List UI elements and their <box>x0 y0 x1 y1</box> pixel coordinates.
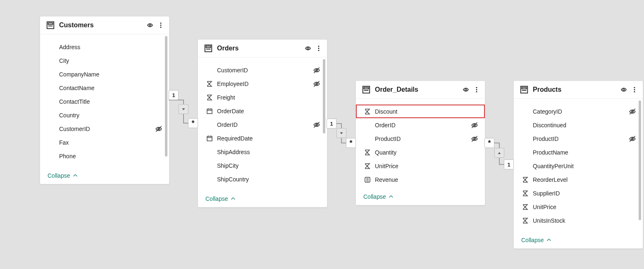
field-row[interactable]: CategoryID <box>514 105 643 118</box>
field-name: ShipAddress <box>215 149 312 155</box>
field-type-icon <box>206 135 215 142</box>
field-name: RequiredDate <box>215 135 312 142</box>
more-icon[interactable] <box>473 86 480 93</box>
field-row[interactable]: ProductID <box>514 132 643 145</box>
field-row[interactable]: CompanyName <box>40 67 169 81</box>
field-row[interactable]: OrderID <box>198 118 327 131</box>
field-row[interactable]: Fax <box>40 136 169 149</box>
field-type-icon <box>364 163 373 169</box>
more-icon[interactable] <box>315 45 322 52</box>
field-row[interactable]: CustomerID <box>198 63 327 77</box>
field-list: CategoryIDDiscontinuedProductIDProductNa… <box>514 99 643 233</box>
field-row[interactable]: EmployeeID <box>198 77 327 90</box>
field-row[interactable]: UnitPrice <box>356 159 485 173</box>
cardinality-many: * <box>484 138 494 148</box>
field-row[interactable]: QuantityPerUnit <box>514 159 643 173</box>
field-name: OrderID <box>373 122 470 129</box>
hidden-icon <box>312 121 321 129</box>
field-name: ReorderLevel <box>531 176 628 183</box>
field-row[interactable]: UnitsInStock <box>514 214 643 227</box>
field-row[interactable]: Country <box>40 108 169 122</box>
field-row[interactable]: UnitPrice <box>514 200 643 214</box>
cardinality-many: * <box>188 118 198 128</box>
field-row[interactable]: Quantity <box>356 145 485 159</box>
collapse-button[interactable]: Collapse <box>521 237 552 243</box>
field-row[interactable]: ProductName <box>514 145 643 159</box>
more-icon[interactable] <box>631 86 638 93</box>
field-name: ProductID <box>531 136 628 142</box>
field-row[interactable]: Freight <box>198 90 327 104</box>
table-title: Order_Details <box>375 86 458 93</box>
field-type-icon <box>206 81 215 87</box>
table-title: Orders <box>217 45 301 52</box>
hidden-icon <box>470 121 479 129</box>
field-row[interactable]: Address <box>40 40 169 54</box>
hidden-icon <box>154 125 163 133</box>
field-row[interactable]: ShipCity <box>198 159 327 172</box>
field-name: UnitPrice <box>373 163 470 169</box>
scrollbar[interactable] <box>165 36 167 157</box>
field-name: QuantityPerUnit <box>531 163 628 169</box>
field-row[interactable]: ShipCountry <box>198 172 327 186</box>
table-header[interactable]: Customers <box>40 17 169 34</box>
table-icon <box>362 85 371 94</box>
field-row[interactable]: Discount <box>356 105 485 118</box>
hidden-icon <box>312 80 321 88</box>
table-customers[interactable]: Customers AddressCityCompanyNameContactN… <box>40 16 169 184</box>
field-row[interactable]: ShipAddress <box>198 145 327 159</box>
collapse-button[interactable]: Collapse <box>205 195 236 202</box>
table-products[interactable]: Products CategoryIDDiscontinuedProductID… <box>513 81 643 249</box>
table-header[interactable]: Orders <box>198 40 327 57</box>
table-order-details[interactable]: Order_Details DiscountOrderIDProductIDQu… <box>355 81 485 205</box>
collapse-label: Collapse <box>363 193 386 200</box>
field-name: CategoryID <box>531 108 628 115</box>
field-row[interactable]: ReorderLevel <box>514 173 643 186</box>
filter-direction-icon <box>494 148 504 158</box>
collapse-button[interactable]: Collapse <box>48 172 78 179</box>
table-orders[interactable]: Orders CustomerIDEmployeeIDFreightOrderD… <box>198 39 327 207</box>
hidden-icon <box>312 67 321 74</box>
field-row[interactable]: Phone <box>40 149 169 163</box>
visibility-icon[interactable] <box>620 86 627 93</box>
field-row[interactable]: RequiredDate <box>198 131 327 145</box>
field-name: ShipCountry <box>215 176 312 183</box>
field-row[interactable]: City <box>40 54 169 67</box>
field-name: Revenue <box>373 176 470 183</box>
field-row[interactable]: SupplierID <box>514 186 643 200</box>
scrollbar[interactable] <box>639 100 641 220</box>
hidden-icon <box>628 135 637 143</box>
field-name: UnitsInStock <box>531 217 628 224</box>
field-row[interactable]: ContactTitle <box>40 95 169 108</box>
field-row[interactable]: CustomerID <box>40 122 169 136</box>
field-row[interactable]: Discontinued <box>514 118 643 132</box>
table-header[interactable]: Order_Details <box>356 81 485 99</box>
field-name: Phone <box>57 153 154 159</box>
field-row[interactable]: OrderID <box>356 118 485 132</box>
hidden-icon <box>470 135 479 143</box>
more-icon[interactable] <box>157 22 164 29</box>
scrollbar[interactable] <box>323 59 325 133</box>
field-row[interactable]: ProductID <box>356 132 485 145</box>
field-row[interactable]: OrderDate <box>198 104 327 118</box>
collapse-label: Collapse <box>48 172 70 179</box>
field-name: OrderID <box>215 121 312 128</box>
visibility-icon[interactable] <box>147 22 153 29</box>
visibility-icon[interactable] <box>305 45 311 52</box>
cardinality-many: * <box>346 138 356 148</box>
field-name: EmployeeID <box>215 81 312 87</box>
collapse-label: Collapse <box>521 237 544 243</box>
table-header[interactable]: Products <box>514 81 643 99</box>
field-name: Quantity <box>373 149 470 156</box>
table-title: Customers <box>59 21 143 29</box>
field-row[interactable]: Revenue <box>356 173 485 186</box>
table-icon <box>204 44 213 53</box>
field-type-icon <box>364 176 373 183</box>
visibility-icon[interactable] <box>463 86 469 93</box>
field-name: ContactTitle <box>57 98 154 105</box>
collapse-button[interactable]: Collapse <box>363 193 394 200</box>
field-type-icon <box>522 190 531 197</box>
field-name: ProductName <box>531 149 628 156</box>
field-type-icon <box>522 217 531 224</box>
field-list: CustomerIDEmployeeIDFreightOrderDateOrde… <box>198 57 327 192</box>
field-row[interactable]: ContactName <box>40 81 169 95</box>
